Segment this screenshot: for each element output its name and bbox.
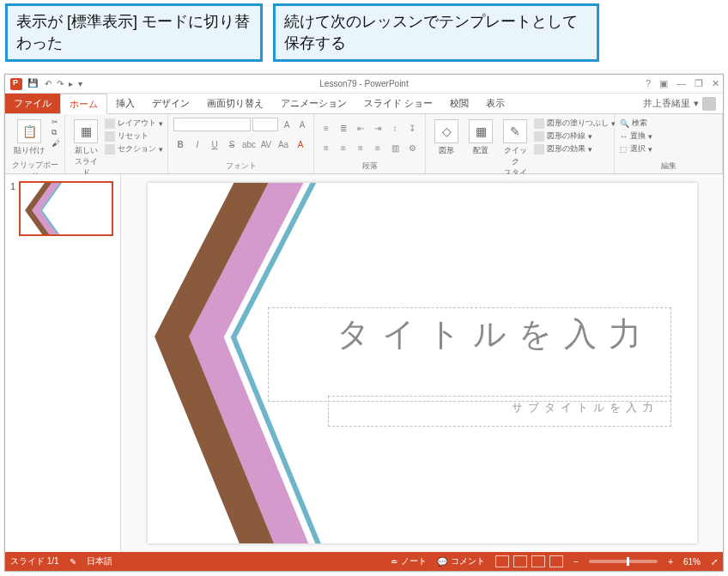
- smartart-button[interactable]: ⚙: [405, 141, 419, 155]
- shape-fill-button[interactable]: 図形の塗りつぶし▾: [534, 118, 616, 129]
- font-color-button[interactable]: A: [294, 137, 307, 151]
- find-button[interactable]: 🔍検索: [620, 118, 652, 129]
- zoom-value[interactable]: 61%: [683, 557, 701, 567]
- ribbon-display-options-icon[interactable]: ▣: [659, 78, 668, 89]
- zoom-in-button[interactable]: +: [668, 557, 673, 567]
- font-family-select[interactable]: [173, 118, 251, 131]
- tab-review[interactable]: 校閲: [441, 94, 477, 113]
- thumbnail-panel[interactable]: 1: [5, 174, 121, 552]
- arrange-label: 配置: [473, 145, 488, 156]
- status-language[interactable]: 日本語: [87, 555, 112, 567]
- strikethrough-button[interactable]: S: [225, 137, 239, 151]
- start-from-beginning-icon[interactable]: ▸: [69, 79, 73, 88]
- char-spacing-button[interactable]: AV: [259, 137, 273, 151]
- slide-thumbnail[interactable]: [19, 181, 113, 236]
- align-right-button[interactable]: ≡: [354, 141, 367, 155]
- tab-home[interactable]: ホーム: [60, 94, 107, 114]
- slideshow-view-button[interactable]: [549, 555, 563, 567]
- group-editing: 🔍検索 ↔置換▾ ⬚選択▾ 編集: [615, 114, 723, 173]
- slide-stage[interactable]: タイトルを入力 サブタイトルを入力: [121, 174, 723, 552]
- section-button[interactable]: セクション▾: [105, 143, 163, 155]
- powerpoint-logo-icon: [10, 78, 22, 90]
- increase-indent-button[interactable]: ⇥: [371, 121, 385, 135]
- align-center-button[interactable]: ≡: [337, 141, 350, 155]
- shape-outline-button[interactable]: 図形の枠線▾: [534, 130, 616, 142]
- numbering-button[interactable]: ≣: [337, 121, 350, 135]
- shapes-button[interactable]: ◇ 図形: [431, 118, 462, 158]
- normal-view-button[interactable]: [495, 555, 509, 567]
- tab-transitions[interactable]: 画面切り替え: [198, 94, 272, 113]
- text-shadow-button[interactable]: abc: [242, 137, 256, 151]
- slide-canvas[interactable]: タイトルを入力 サブタイトルを入力: [148, 183, 697, 543]
- underline-button[interactable]: U: [208, 137, 221, 151]
- close-button[interactable]: ✕: [712, 78, 719, 89]
- sorter-view-button[interactable]: [513, 555, 527, 567]
- tab-view[interactable]: 表示: [477, 94, 513, 113]
- change-case-button[interactable]: Aa: [276, 137, 290, 151]
- cut-icon[interactable]: ✂: [52, 118, 59, 126]
- text-direction-button[interactable]: ↧: [405, 121, 419, 135]
- decrease-indent-button[interactable]: ⇤: [354, 121, 367, 135]
- format-painter-icon[interactable]: 🖌: [52, 139, 59, 148]
- shrink-font-button[interactable]: A: [295, 118, 309, 131]
- layout-button[interactable]: レイアウト▾: [105, 118, 163, 129]
- group-paragraph-label: 段落: [319, 159, 420, 172]
- group-paragraph: ≡ ≣ ⇤ ⇥ ↕ ↧ ≡ ≡ ≡ ≡ ▥ ⚙ 段落: [314, 114, 426, 173]
- shape-effects-button[interactable]: 図形の効果▾: [534, 143, 616, 155]
- zoom-slider[interactable]: [589, 560, 658, 563]
- thumbnail-item[interactable]: 1: [10, 181, 115, 236]
- paste-icon: 📋: [17, 119, 41, 143]
- status-spellcheck-icon[interactable]: ✎: [70, 557, 76, 567]
- reading-view-button[interactable]: [531, 555, 545, 567]
- paste-label: 貼り付け: [14, 145, 45, 156]
- columns-button[interactable]: ▥: [388, 141, 402, 155]
- workspace: 1: [5, 174, 723, 552]
- group-slides: ▦ 新しい スライド レイアウト▾ リセット セクション▾ スライド: [65, 114, 168, 173]
- reset-button[interactable]: リセット: [105, 130, 163, 142]
- new-slide-button[interactable]: ▦ 新しい スライド: [70, 118, 101, 180]
- tab-insert[interactable]: 挿入: [107, 94, 143, 113]
- user-dropdown-icon: ▾: [694, 98, 699, 109]
- replace-label: 置換: [630, 130, 646, 142]
- font-size-select[interactable]: [252, 118, 278, 131]
- select-button[interactable]: ⬚選択▾: [620, 143, 652, 155]
- undo-icon[interactable]: ↶: [45, 79, 52, 88]
- subtitle-placeholder-box[interactable]: サブタイトルを入力: [328, 396, 671, 427]
- tab-design[interactable]: デザイン: [143, 94, 198, 113]
- align-left-button[interactable]: ≡: [319, 141, 333, 155]
- title-placeholder-box[interactable]: タイトルを入力: [268, 307, 671, 402]
- status-slide-count: スライド 1/1: [10, 555, 59, 567]
- status-comments[interactable]: 💬コメント: [437, 555, 485, 567]
- clipboard-mini: ✂ ⧉ 🖌: [52, 118, 59, 148]
- signed-in-user[interactable]: 井上香緒里 ▾: [636, 94, 723, 113]
- group-font-label: フォント: [173, 159, 308, 172]
- replace-button[interactable]: ↔置換▾: [620, 130, 652, 142]
- section-label: セクション: [118, 143, 156, 155]
- bold-button[interactable]: B: [173, 137, 187, 151]
- justify-button[interactable]: ≡: [371, 141, 385, 155]
- italic-button[interactable]: I: [191, 137, 204, 151]
- copy-icon[interactable]: ⧉: [52, 128, 59, 137]
- chevron-down-icon: ▾: [159, 145, 163, 154]
- fit-to-window-button[interactable]: ⤢: [711, 557, 718, 567]
- line-spacing-button[interactable]: ↕: [388, 121, 402, 135]
- qat-customize-icon[interactable]: ▾: [78, 79, 82, 88]
- save-icon[interactable]: 💾: [27, 78, 39, 90]
- grow-font-button[interactable]: A: [280, 118, 294, 131]
- replace-icon: ↔: [620, 132, 628, 141]
- arrange-button[interactable]: ▦ 配置: [465, 118, 496, 158]
- minimize-button[interactable]: —: [676, 78, 686, 89]
- help-icon[interactable]: ?: [646, 78, 651, 89]
- avatar-icon: [702, 97, 716, 111]
- status-notes[interactable]: ≐ノート: [391, 555, 427, 567]
- bullets-button[interactable]: ≡: [319, 121, 333, 135]
- zoom-out-button[interactable]: −: [573, 557, 579, 567]
- chevron-down-icon: ▾: [648, 132, 652, 141]
- tab-animations[interactable]: アニメーション: [272, 94, 355, 113]
- zoom-slider-thumb[interactable]: [627, 557, 629, 566]
- redo-icon[interactable]: ↷: [57, 79, 64, 88]
- paste-button[interactable]: 📋 貼り付け: [10, 118, 48, 158]
- tab-file[interactable]: ファイル: [5, 94, 60, 113]
- restore-button[interactable]: ❐: [695, 78, 703, 89]
- tab-slideshow[interactable]: スライド ショー: [355, 94, 441, 113]
